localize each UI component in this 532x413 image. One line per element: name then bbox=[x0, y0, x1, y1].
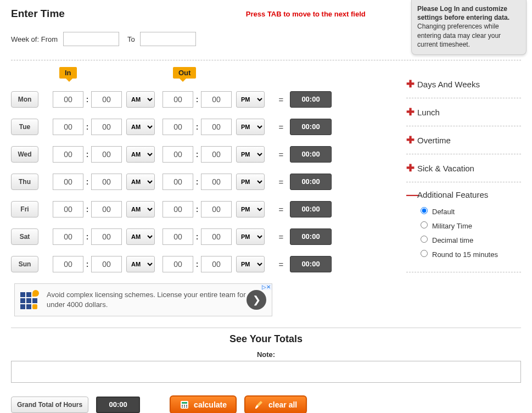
feature-radio[interactable] bbox=[421, 236, 428, 243]
feature-radio[interactable] bbox=[421, 207, 428, 214]
in-min-input[interactable] bbox=[91, 256, 122, 272]
out-hour-input[interactable] bbox=[163, 256, 193, 272]
day-button-mon[interactable]: Mon bbox=[11, 91, 38, 108]
accordion-toggle[interactable]: —Additional Features bbox=[406, 190, 521, 199]
in-hour-input[interactable] bbox=[53, 174, 83, 190]
day-row: Sat:AMPM:AMPM=00:00 bbox=[11, 228, 401, 245]
day-row: Fri:AMPM:AMPM=00:00 bbox=[11, 201, 401, 217]
to-date-input[interactable] bbox=[140, 32, 196, 46]
out-min-input[interactable] bbox=[201, 174, 232, 190]
out-ampm-select[interactable]: AMPM bbox=[236, 174, 265, 190]
accordion-toggle[interactable]: ✚Days And Weeks bbox=[406, 78, 521, 90]
equals: = bbox=[276, 260, 287, 269]
in-hour-input[interactable] bbox=[53, 228, 83, 245]
in-ampm-select[interactable]: AMPM bbox=[126, 119, 155, 135]
out-ampm-select[interactable]: AMPM bbox=[236, 201, 265, 217]
tooltip-strong: Please Log In and customize settings bef… bbox=[417, 5, 509, 21]
in-min-input[interactable] bbox=[91, 201, 122, 217]
calculate-button[interactable]: calculate bbox=[170, 395, 237, 413]
equals: = bbox=[276, 150, 287, 159]
equals: = bbox=[276, 232, 287, 242]
day-total: 00:00 bbox=[290, 146, 332, 163]
ad-close-icon[interactable]: ▷✕ bbox=[261, 284, 272, 290]
note-textarea[interactable] bbox=[11, 361, 521, 383]
colon: : bbox=[83, 260, 91, 269]
out-hour-input[interactable] bbox=[163, 174, 193, 190]
accordion-label: Additional Features bbox=[417, 190, 488, 199]
in-hour-input[interactable] bbox=[53, 146, 83, 163]
out-min-input[interactable] bbox=[201, 146, 232, 163]
ad-arrow-icon[interactable]: ❯ bbox=[247, 290, 266, 310]
in-min-input[interactable] bbox=[91, 174, 122, 190]
broom-icon bbox=[254, 400, 264, 410]
day-button-sat[interactable]: Sat bbox=[11, 228, 38, 245]
colon: : bbox=[83, 150, 91, 159]
out-ampm-select[interactable]: AMPM bbox=[236, 119, 265, 135]
accordion-label: Sick & Vacation bbox=[417, 164, 474, 173]
out-ampm-select[interactable]: AMPM bbox=[236, 228, 265, 245]
day-button-fri[interactable]: Fri bbox=[11, 201, 38, 217]
totals-divider bbox=[11, 327, 521, 328]
colon: : bbox=[193, 205, 201, 214]
out-min-input[interactable] bbox=[201, 119, 232, 135]
in-ampm-select[interactable]: AMPM bbox=[126, 174, 155, 190]
in-hour-input[interactable] bbox=[53, 256, 83, 272]
out-min-input[interactable] bbox=[201, 91, 232, 108]
in-hour-input[interactable] bbox=[53, 201, 83, 217]
out-ampm-select[interactable]: AMPM bbox=[236, 146, 265, 163]
out-ampm-select[interactable]: AMPM bbox=[236, 256, 265, 272]
colon: : bbox=[193, 177, 201, 186]
in-min-input[interactable] bbox=[91, 146, 122, 163]
login-tooltip: Please Log In and customize settings bef… bbox=[411, 0, 527, 55]
in-min-input[interactable] bbox=[91, 91, 122, 108]
feature-label: Round to 15 minutes bbox=[432, 250, 498, 259]
feature-option[interactable]: Round to 15 minutes bbox=[421, 250, 521, 259]
in-ampm-select[interactable]: AMPM bbox=[126, 228, 155, 245]
out-ampm-select[interactable]: AMPM bbox=[236, 91, 265, 108]
out-hour-input[interactable] bbox=[163, 146, 193, 163]
accordion-toggle[interactable]: ✚Sick & Vacation bbox=[406, 162, 521, 174]
accordion-toggle[interactable]: ✚Overtime bbox=[406, 134, 521, 146]
accordion-toggle[interactable]: ✚Lunch bbox=[406, 106, 521, 118]
in-min-input[interactable] bbox=[91, 228, 122, 245]
svg-rect-3 bbox=[184, 405, 185, 406]
day-button-thu[interactable]: Thu bbox=[11, 174, 38, 190]
out-hour-input[interactable] bbox=[163, 201, 193, 217]
feature-radio[interactable] bbox=[421, 250, 428, 257]
from-date-input[interactable] bbox=[63, 32, 119, 46]
ad-box[interactable]: Avoid complex licensing schemes. License… bbox=[14, 283, 272, 316]
in-ampm-select[interactable]: AMPM bbox=[126, 146, 155, 163]
out-hour-input[interactable] bbox=[163, 91, 193, 108]
day-button-tue[interactable]: Tue bbox=[11, 119, 38, 135]
feature-option[interactable]: Default bbox=[421, 207, 521, 216]
ad-text: Avoid complex licensing schemes. License… bbox=[47, 290, 247, 309]
out-min-input[interactable] bbox=[201, 256, 232, 272]
in-min-input[interactable] bbox=[91, 119, 122, 135]
in-tag: In bbox=[59, 67, 77, 79]
out-hour-input[interactable] bbox=[163, 228, 193, 245]
day-button-wed[interactable]: Wed bbox=[11, 146, 38, 163]
out-min-input[interactable] bbox=[201, 201, 232, 217]
colon: : bbox=[193, 260, 201, 269]
in-ampm-select[interactable]: AMPM bbox=[126, 256, 155, 272]
colon: : bbox=[193, 232, 201, 241]
day-button-sun[interactable]: Sun bbox=[11, 256, 38, 272]
in-ampm-select[interactable]: AMPM bbox=[126, 201, 155, 217]
out-min-input[interactable] bbox=[201, 228, 232, 245]
feature-label: Default bbox=[432, 208, 455, 216]
week-of-label: Week of: bbox=[11, 35, 39, 43]
clear-all-button[interactable]: clear all bbox=[244, 395, 307, 413]
in-hour-input[interactable] bbox=[53, 91, 83, 108]
out-hour-input[interactable] bbox=[163, 119, 193, 135]
ad-logo-icon bbox=[20, 290, 40, 310]
calculator-icon bbox=[180, 400, 189, 410]
feature-option[interactable]: Military Time bbox=[421, 221, 521, 230]
in-ampm-select[interactable]: AMPM bbox=[126, 91, 155, 108]
feature-radio[interactable] bbox=[421, 221, 428, 228]
feature-option[interactable]: Decimal time bbox=[421, 236, 521, 244]
colon: : bbox=[83, 177, 91, 186]
day-row: Mon:AMPM:AMPM=00:00 bbox=[11, 91, 401, 108]
in-hour-input[interactable] bbox=[53, 119, 83, 135]
equals: = bbox=[276, 205, 287, 214]
colon: : bbox=[83, 232, 91, 241]
